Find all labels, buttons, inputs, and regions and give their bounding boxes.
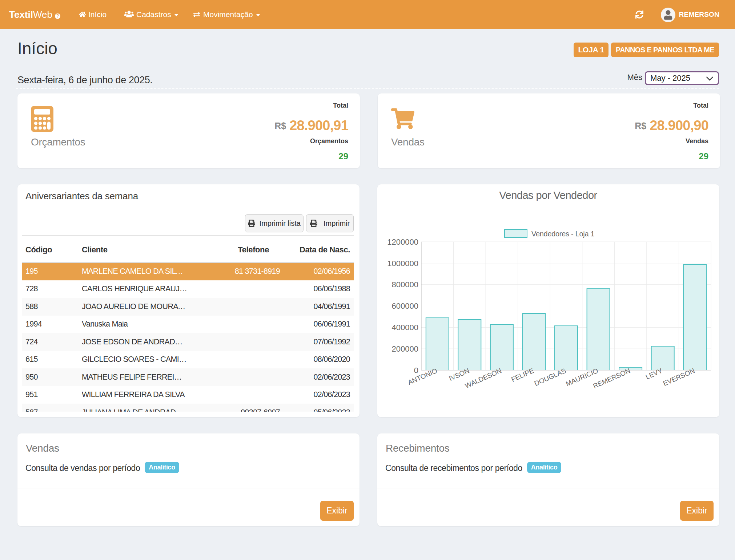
svg-text:Vendas por Vendedor: Vendas por Vendedor <box>499 189 597 201</box>
svg-text:400000: 400000 <box>392 323 418 332</box>
svg-text:1000000: 1000000 <box>387 259 418 268</box>
svg-text:Vendedores - Loja 1: Vendedores - Loja 1 <box>531 230 595 238</box>
svg-text:ANTONIO: ANTONIO <box>407 367 438 386</box>
svg-text:1200000: 1200000 <box>387 237 418 247</box>
svg-text:200000: 200000 <box>392 344 418 353</box>
svg-text:800000: 800000 <box>392 280 418 289</box>
svg-text:0: 0 <box>414 366 418 375</box>
svg-text:600000: 600000 <box>392 301 418 311</box>
